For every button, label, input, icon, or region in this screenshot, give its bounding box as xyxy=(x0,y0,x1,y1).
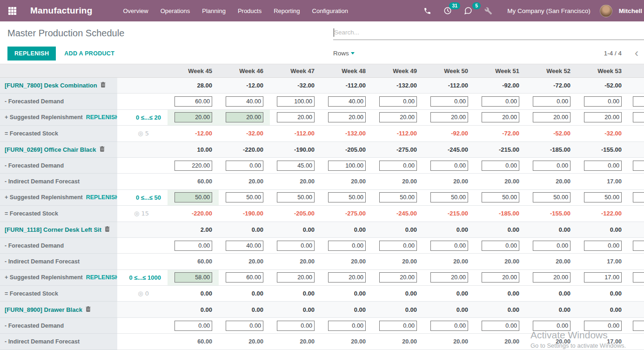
user-name[interactable]: Mitchell xyxy=(619,7,642,14)
menu-item-products[interactable]: Products xyxy=(233,5,267,17)
forecast-input[interactable] xyxy=(328,272,366,283)
delete-product-icon[interactable] xyxy=(85,306,91,314)
forecast-input[interactable] xyxy=(633,272,644,283)
forecast-input[interactable] xyxy=(430,321,468,331)
forecast-input[interactable] xyxy=(328,112,366,122)
forecast-input[interactable] xyxy=(482,241,519,251)
apps-menu-icon[interactable] xyxy=(8,7,16,15)
company-switcher[interactable]: My Company (San Francisco) xyxy=(507,7,590,14)
product-link[interactable]: [FURN_1118] Corner Desk Left Sit xyxy=(5,226,101,233)
forecast-input[interactable] xyxy=(584,112,622,122)
delete-product-icon[interactable] xyxy=(104,226,110,234)
forecast-input[interactable] xyxy=(226,272,263,283)
forecast-input[interactable] xyxy=(379,112,417,122)
forecast-input[interactable] xyxy=(533,161,570,171)
user-avatar[interactable] xyxy=(600,5,612,17)
forecast-input[interactable] xyxy=(533,241,570,251)
replenish-row-link[interactable]: REPLENISH xyxy=(86,114,117,121)
forecast-input[interactable] xyxy=(277,192,315,202)
forecast-input[interactable] xyxy=(584,161,622,171)
delete-product-icon[interactable] xyxy=(100,81,106,89)
forecast-input[interactable] xyxy=(379,161,417,171)
search-input[interactable] xyxy=(333,26,644,39)
forecast-input[interactable] xyxy=(430,161,468,171)
forecast-input[interactable] xyxy=(277,161,315,171)
forecast-input[interactable] xyxy=(277,96,315,107)
forecast-input[interactable] xyxy=(379,96,417,107)
forecast-input[interactable] xyxy=(328,241,366,251)
forecast-input[interactable] xyxy=(174,241,212,251)
forecast-input[interactable] xyxy=(277,321,315,331)
forecast-input[interactable] xyxy=(430,96,468,107)
product-link[interactable]: [FURN_8900] Drawer Black xyxy=(5,306,82,313)
forecast-input[interactable] xyxy=(226,112,263,122)
forecast-input[interactable] xyxy=(430,112,468,122)
forecast-input[interactable] xyxy=(328,321,366,331)
forecast-input[interactable] xyxy=(328,96,366,107)
forecast-input[interactable] xyxy=(226,321,263,331)
forecast-input[interactable] xyxy=(482,96,519,107)
forecast-input[interactable] xyxy=(482,272,519,283)
forecast-input[interactable] xyxy=(633,112,644,122)
forecast-input[interactable] xyxy=(533,192,570,202)
forecast-input[interactable] xyxy=(174,112,212,122)
forecast-input[interactable] xyxy=(633,161,644,171)
rows-dropdown[interactable]: Rows xyxy=(333,50,355,57)
product-link[interactable]: [FURN_0269] Office Chair Black xyxy=(5,146,96,153)
forecast-input[interactable] xyxy=(379,241,417,251)
forecast-input[interactable] xyxy=(226,96,263,107)
forecast-input[interactable] xyxy=(430,192,468,202)
menu-item-planning[interactable]: Planning xyxy=(197,5,231,17)
app-title[interactable]: Manufacturing xyxy=(30,6,93,16)
forecast-input[interactable] xyxy=(277,241,315,251)
forecast-input[interactable] xyxy=(379,321,417,331)
messages-icon[interactable]: 5 xyxy=(459,4,477,18)
pager-previous-icon[interactable]: ‹ xyxy=(635,47,644,59)
forecast-input[interactable] xyxy=(226,161,263,171)
forecast-input[interactable] xyxy=(584,321,622,331)
forecast-input[interactable] xyxy=(379,272,417,283)
forecast-input[interactable] xyxy=(482,161,519,171)
forecast-input[interactable] xyxy=(174,161,212,171)
tools-icon[interactable] xyxy=(480,4,497,18)
forecast-input[interactable] xyxy=(633,192,644,202)
forecast-input[interactable] xyxy=(226,241,263,251)
forecast-input[interactable] xyxy=(174,96,212,107)
forecast-input[interactable] xyxy=(174,192,212,202)
forecast-input[interactable] xyxy=(533,272,570,283)
forecast-input[interactable] xyxy=(584,96,622,107)
forecast-input[interactable] xyxy=(174,321,212,331)
menu-item-reporting[interactable]: Reporting xyxy=(268,5,305,17)
phone-icon[interactable] xyxy=(419,4,436,18)
activities-icon[interactable]: 31 xyxy=(439,4,456,18)
menu-item-overview[interactable]: Overview xyxy=(118,5,154,17)
replenish-row-link[interactable]: REPLENISH xyxy=(86,194,117,201)
forecast-input[interactable] xyxy=(328,192,366,202)
replenish-row-link[interactable]: REPLENISH xyxy=(86,274,117,281)
forecast-input[interactable] xyxy=(482,112,519,122)
forecast-input[interactable] xyxy=(533,112,570,122)
forecast-input[interactable] xyxy=(379,192,417,202)
forecast-input[interactable] xyxy=(633,321,644,331)
replenish-button[interactable]: REPLENISH xyxy=(7,47,56,61)
forecast-input[interactable] xyxy=(633,96,644,107)
product-link[interactable]: [FURN_7800] Desk Combination xyxy=(5,82,97,89)
forecast-input[interactable] xyxy=(533,321,570,331)
replenish-range[interactable]: 0 ≤...≤ 1000 xyxy=(129,274,161,281)
forecast-input[interactable] xyxy=(584,241,622,251)
replenish-range[interactable]: 0 ≤...≤ 20 xyxy=(136,114,161,121)
forecast-input[interactable] xyxy=(277,112,315,122)
forecast-input[interactable] xyxy=(482,321,519,331)
forecast-input[interactable] xyxy=(584,272,622,283)
forecast-input[interactable] xyxy=(430,241,468,251)
forecast-input[interactable] xyxy=(533,96,570,107)
forecast-input[interactable] xyxy=(633,241,644,251)
forecast-input[interactable] xyxy=(584,192,622,202)
menu-item-configuration[interactable]: Configuration xyxy=(307,5,353,17)
forecast-input[interactable] xyxy=(226,192,263,202)
forecast-input[interactable] xyxy=(174,272,212,283)
add-a-product-button[interactable]: ADD A PRODUCT xyxy=(64,50,114,57)
forecast-input[interactable] xyxy=(482,192,519,202)
forecast-input[interactable] xyxy=(277,272,315,283)
menu-item-operations[interactable]: Operations xyxy=(155,5,195,17)
